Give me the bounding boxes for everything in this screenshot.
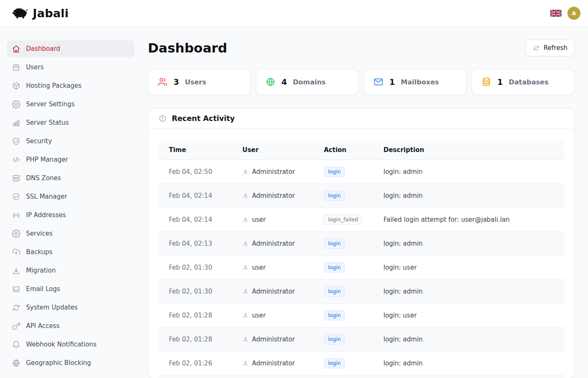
- activity-description: Failed login attempt for: user@jabali.la…: [373, 208, 564, 232]
- action-badge: login: [324, 167, 345, 177]
- stat-card-users[interactable]: 3Users: [148, 69, 251, 95]
- activity-user: Administrator: [232, 184, 313, 208]
- sidebar-item-label: Hosting Packages: [26, 82, 81, 89]
- activity-user: Administrator: [232, 328, 313, 352]
- activity-row: Feb 02, 01:28userloginlogin: user: [158, 304, 564, 328]
- person-icon: [242, 241, 249, 247]
- sidebar-item-label: Services: [26, 230, 52, 237]
- activity-time: Feb 04, 02:14: [158, 184, 232, 208]
- activity-row: Feb 04, 02:14userlogin_failedFailed logi…: [158, 208, 564, 232]
- activity-description: login: admin: [373, 352, 564, 375]
- activity-description: login: admin: [373, 328, 564, 352]
- sidebar-item-ssl-manager[interactable]: SSL Manager: [7, 188, 134, 205]
- sidebar-item-email-logs[interactable]: Email Logs: [7, 281, 134, 297]
- sidebar-item-label: Webhook Notifications: [26, 341, 97, 348]
- sidebar-item-label: Users: [26, 63, 44, 71]
- sidebar-item-server-settings[interactable]: Server Settings: [7, 96, 134, 113]
- activity-action: login: [313, 184, 373, 208]
- activity-action: login: [313, 160, 373, 184]
- activity-user-name: user: [252, 216, 266, 223]
- sidebar-item-services[interactable]: Services: [7, 225, 134, 242]
- sidebar-item-migration[interactable]: Migration: [7, 262, 134, 279]
- stat-label: Users: [185, 78, 206, 86]
- inbox-icon: [12, 285, 21, 294]
- gear-icon: [12, 100, 21, 109]
- activity-user-name: Administrator: [252, 288, 295, 295]
- activity-row: Feb 04, 02:50Administratorloginlogin: ad…: [158, 160, 564, 184]
- activity-time: Feb 02, 01:26: [158, 352, 232, 375]
- activity-user-name: Administrator: [252, 168, 295, 176]
- activity-time: Feb 04, 02:50: [158, 160, 232, 184]
- sidebar-item-security[interactable]: Security: [7, 133, 134, 150]
- activity-user-name: user: [252, 264, 266, 271]
- sidebar-item-ip-addresses[interactable]: IP Addresses: [7, 207, 134, 223]
- sidebar-item-label: Migration: [26, 267, 56, 274]
- person-icon: [242, 336, 249, 343]
- database-icon: [481, 77, 491, 87]
- activity-action: login: [313, 328, 373, 352]
- sidebar-item-php-manager[interactable]: PHP Manager: [7, 151, 134, 168]
- activity-user-name: Administrator: [252, 240, 295, 247]
- shield-check-icon: [12, 192, 21, 201]
- stat-card-mailboxes[interactable]: 1Mailboxes: [364, 69, 467, 95]
- sidebar-item-backups[interactable]: Backups: [7, 244, 134, 260]
- sidebar-item-label: Email Logs: [26, 285, 60, 293]
- sidebar-item-system-updates[interactable]: System Updates: [7, 299, 134, 316]
- person-icon: [242, 169, 249, 175]
- sidebar-item-label: Security: [26, 137, 52, 145]
- activity-description: login: admin: [373, 184, 564, 208]
- page-title: Dashboard: [148, 40, 227, 55]
- activity-user: Administrator: [232, 280, 313, 304]
- server-stack-icon: [12, 174, 21, 183]
- sidebar-item-label: DNS Zones: [26, 174, 61, 182]
- sidebar-item-dns-zones[interactable]: DNS Zones: [7, 170, 134, 186]
- sidebar-item-label: System Updates: [26, 304, 78, 311]
- sidebar-item-api-access[interactable]: API Access: [7, 318, 134, 334]
- action-badge: login: [324, 262, 345, 273]
- sidebar-item-webhook-notifications[interactable]: Webhook Notifications: [7, 336, 134, 353]
- refresh-button[interactable]: Refresh: [525, 39, 575, 56]
- activity-row: Feb 02, 01:28Administratorloginlogin: ad…: [158, 328, 564, 352]
- sidebar-item-geographic-blocking[interactable]: Geographic Blocking: [7, 354, 134, 371]
- broadcast-icon: [12, 211, 21, 220]
- activity-description: login: user: [373, 304, 564, 328]
- mail-icon: [373, 77, 383, 87]
- brand-logo[interactable]: Jabali: [10, 6, 69, 20]
- stat-label: Mailboxes: [401, 78, 439, 86]
- sidebar-item-dashboard[interactable]: Dashboard: [7, 40, 134, 57]
- globe-icon: [265, 77, 276, 87]
- sidebar-item-label: PHP Manager: [26, 156, 68, 163]
- activity-action: login: [313, 280, 373, 304]
- activity-table: TimeUserActionDescription Feb 04, 02:50A…: [158, 140, 564, 378]
- stat-label: Domains: [293, 78, 326, 86]
- bell-icon: [12, 340, 21, 349]
- stat-label: Databases: [509, 78, 549, 86]
- activity-user-name: Administrator: [252, 192, 295, 200]
- activity-action: login_failed: [313, 208, 373, 232]
- stat-card-domains[interactable]: 4Domains: [256, 69, 359, 95]
- stat-card-databases[interactable]: 1Databases: [472, 69, 575, 95]
- uk-flag-icon: [550, 9, 562, 17]
- users-icon: [158, 77, 168, 87]
- home-icon: [12, 45, 21, 53]
- sidebar-item-hosting-packages[interactable]: Hosting Packages: [7, 77, 134, 94]
- action-badge: login: [324, 239, 345, 249]
- shield-check-icon: [12, 137, 21, 146]
- sidebar-item-label: Geographic Blocking: [26, 359, 91, 367]
- stat-value: 1: [497, 77, 503, 87]
- activity-action: login: [313, 256, 373, 280]
- sidebar-item-server-status[interactable]: Server Status: [7, 114, 134, 131]
- activity-time: Feb 02, 01:30: [158, 256, 232, 280]
- stat-value: 4: [281, 77, 287, 87]
- column-header-time: Time: [158, 140, 232, 160]
- activity-row: Feb 02, 01:26Administratorloginlogin: ad…: [158, 352, 564, 375]
- avatar[interactable]: A: [567, 7, 580, 20]
- activity-row: Feb 02, 01:30userloginlogin: user: [158, 256, 564, 280]
- sidebar-item-users[interactable]: Users: [7, 59, 134, 76]
- activity-user: user: [232, 256, 313, 280]
- language-flag-button[interactable]: [550, 9, 562, 17]
- sidebar-item-label: Server Settings: [26, 100, 74, 108]
- activity-description: login: admin: [373, 232, 564, 256]
- column-header-description: Description: [373, 140, 564, 160]
- sidebar-item-label: API Access: [26, 322, 60, 330]
